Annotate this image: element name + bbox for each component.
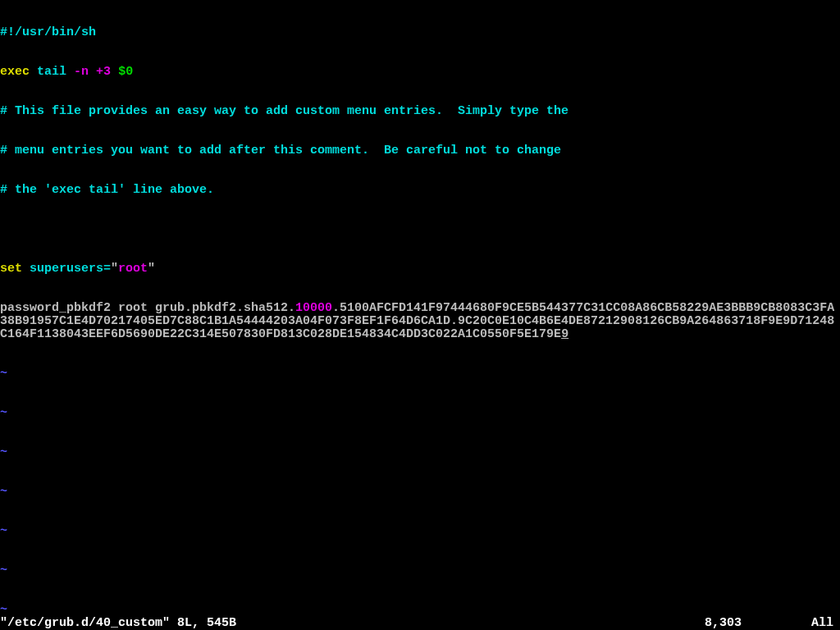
- iterations-number: 10000: [295, 301, 332, 315]
- exec-keyword: exec: [0, 66, 30, 79]
- quote-open: ": [111, 262, 118, 276]
- empty-line-tilde: ~: [0, 604, 840, 617]
- status-scroll-indicator: All: [811, 617, 833, 630]
- quote-close: ": [148, 262, 155, 276]
- plus3: +3: [96, 66, 111, 79]
- empty-line-tilde: ~: [0, 564, 840, 578]
- cursor-char: 9: [561, 327, 568, 341]
- comment-line-3: # the 'exec tail' line above.: [0, 184, 840, 197]
- code-line-password: password_pbkdf2 root grub.pbkdf2.sha512.…: [0, 302, 840, 341]
- status-cursor-position: 8,303: [705, 617, 742, 630]
- comment-line-2: # menu entries you want to add after thi…: [0, 144, 840, 158]
- empty-line-tilde: ~: [0, 368, 840, 381]
- blank-line: [0, 223, 840, 236]
- status-bar: "/etc/grub.d/40_custom" 8L, 545B 8,303 A…: [0, 617, 840, 630]
- comment-line-1: # This file provides an easy way to add …: [0, 105, 840, 118]
- status-filename: "/etc/grub.d/40_custom" 8L, 545B: [0, 617, 236, 630]
- code-line-set: set superusers="root": [0, 262, 840, 276]
- superusers-var: superusers=: [30, 262, 111, 276]
- set-keyword: set: [0, 262, 22, 276]
- code-line-exec: exec tail -n +3 $0: [0, 66, 840, 79]
- editor-content[interactable]: #!/usr/bin/sh exec tail -n +3 $0 # This …: [0, 0, 840, 630]
- tail-command: tail: [37, 66, 66, 79]
- code-line-shebang: #!/usr/bin/sh: [0, 26, 840, 39]
- empty-line-tilde: ~: [0, 525, 840, 538]
- empty-line-tilde: ~: [0, 486, 840, 499]
- root-value: root: [118, 262, 148, 276]
- shebang: #!/usr/bin/sh: [0, 26, 96, 39]
- empty-line-tilde: ~: [0, 446, 840, 459]
- dollar-zero: $0: [118, 66, 133, 79]
- password-prefix: password_pbkdf2 root grub.pbkdf2.sha512.: [0, 301, 295, 315]
- empty-line-tilde: ~: [0, 407, 840, 420]
- flag-n: -n: [74, 66, 89, 79]
